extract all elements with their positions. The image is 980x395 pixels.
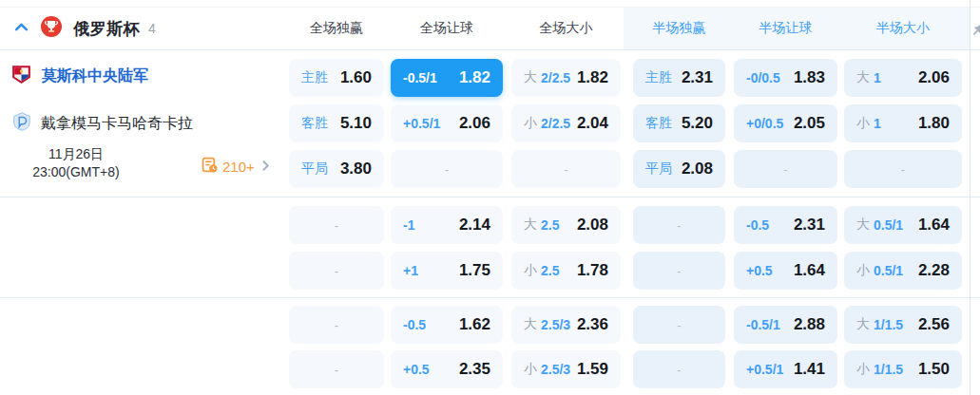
odds-cell-empty: -: [633, 206, 725, 244]
odds-cell[interactable]: 平局3.80: [289, 150, 384, 188]
home-team-row[interactable]: 莫斯科中央陆军: [10, 63, 148, 90]
pin-icon[interactable]: [970, 23, 980, 42]
odds-cell[interactable]: 大2.52.08: [511, 206, 621, 244]
odds-cell[interactable]: 客胜5.20: [633, 104, 725, 142]
over-under-line: 小2.5/3: [524, 361, 570, 378]
odds-cell[interactable]: 小2.5/31.59: [511, 350, 621, 388]
odds-cell[interactable]: 主胜2.31: [633, 59, 725, 97]
handicap-line: +0.5: [746, 263, 773, 278]
odds-value: 1.82: [577, 68, 608, 87]
odds-cell[interactable]: +0.5/12.06: [391, 104, 503, 142]
odds-cell[interactable]: 小2.51.78: [511, 252, 621, 290]
more-markets-count: 210+: [222, 159, 255, 175]
odds-cell[interactable]: 大12.06: [844, 59, 962, 97]
column-header-full-1[interactable]: 全场让球: [391, 8, 503, 49]
odds-cell-empty: -: [734, 150, 837, 188]
over-under-line: 小2/2.5: [524, 115, 570, 132]
odds-cell-empty: -: [289, 206, 384, 244]
column-header-full-0[interactable]: 全场独赢: [289, 8, 384, 49]
odds-value: 2.31: [682, 68, 713, 87]
odds-cell-empty: -: [289, 306, 384, 344]
odds-cell[interactable]: -0.5/12.88: [734, 306, 837, 344]
over-under-line: 小1/1.5: [856, 361, 903, 378]
odds-cell[interactable]: +11.75: [391, 252, 503, 290]
over-under-line: 大0.5/1: [856, 216, 903, 234]
odds-value: 2.35: [459, 360, 490, 379]
odds-value: 1.50: [918, 360, 950, 379]
empty-odds-dash: -: [677, 318, 681, 332]
column-header-half-5[interactable]: 半场大小: [844, 8, 962, 49]
empty-odds-dash: -: [335, 264, 338, 278]
odds-label: 主胜: [645, 69, 672, 86]
odds-cell[interactable]: 小2/2.52.04: [511, 104, 621, 142]
odds-cell[interactable]: 大2.5/32.36: [511, 306, 621, 344]
odds-label: 主胜: [301, 69, 328, 86]
odds-value: 1.59: [577, 360, 608, 379]
column-header-half-4[interactable]: 半场让球: [734, 8, 837, 49]
column-header-half-3[interactable]: 半场独赢: [633, 8, 725, 49]
column-header-full-2[interactable]: 全场大小: [511, 8, 621, 49]
empty-odds-dash: -: [335, 218, 338, 233]
empty-odds-dash: -: [901, 162, 905, 177]
handicap-line: +0.5: [403, 362, 430, 377]
league-title: 俄罗斯杯: [73, 18, 140, 40]
odds-cell-empty: -: [289, 252, 384, 290]
odds-cell[interactable]: +0/0.52.05: [734, 104, 837, 142]
odds-value: 1.41: [794, 360, 825, 379]
odds-value: 3.80: [340, 160, 372, 179]
away-team-row[interactable]: 戴拿模马卡马哈奇卡拉: [11, 111, 193, 136]
cska-crest-icon: [10, 63, 33, 90]
odds-value: 1.75: [459, 261, 490, 280]
odds-value: 2.14: [459, 216, 490, 235]
odds-cell[interactable]: -0.5/11.82: [391, 59, 503, 97]
handicap-line: -0.5: [746, 217, 769, 233]
section-divider: [0, 197, 980, 198]
odds-label: 平局: [301, 160, 328, 178]
odds-cell[interactable]: 平局2.08: [633, 150, 725, 188]
odds-value: 2.06: [459, 114, 490, 133]
match-datetime: 11月26日 23:00(GMT+8): [0, 145, 152, 181]
dynamo-crest-icon: [11, 111, 32, 136]
odds-value: 1.78: [577, 261, 608, 280]
odds-cell[interactable]: -12.14: [391, 206, 503, 244]
odds-cell[interactable]: -0/0.51.83: [734, 59, 837, 97]
odds-cell[interactable]: 大2/2.51.82: [511, 59, 621, 97]
odds-cell[interactable]: +0.52.35: [391, 350, 503, 388]
home-team-name: 莫斯科中央陆军: [42, 66, 148, 86]
odds-label: 客胜: [645, 115, 672, 132]
match-time: 23:00(GMT+8): [0, 163, 152, 181]
handicap-line: +0/0.5: [746, 116, 783, 131]
over-under-line: 小1: [856, 115, 881, 132]
odds-cell[interactable]: 小1/1.51.50: [844, 350, 962, 388]
header-divider: [0, 49, 980, 50]
odds-cell[interactable]: 客胜5.10: [289, 104, 384, 142]
empty-odds-dash: -: [677, 363, 681, 377]
handicap-line: -0.5/1: [403, 70, 437, 85]
odds-cell[interactable]: 小11.80: [844, 104, 962, 142]
odds-value: 1.60: [340, 68, 372, 87]
collapse-button[interactable]: [13, 19, 29, 39]
odds-cell[interactable]: 主胜1.60: [289, 59, 384, 97]
odds-value: 1.64: [794, 261, 825, 280]
odds-value: 1.62: [459, 315, 490, 334]
odds-cell[interactable]: -0.51.62: [391, 306, 503, 344]
odds-cell[interactable]: 大0.5/11.64: [844, 206, 962, 244]
more-markets-link[interactable]: 210+: [202, 157, 272, 177]
handicap-line: -0.5/1: [746, 317, 780, 332]
odds-cell[interactable]: -0.52.31: [734, 206, 837, 244]
odds-value: 2.28: [918, 261, 950, 280]
odds-cell-empty: -: [633, 350, 725, 388]
empty-odds-dash: -: [564, 162, 567, 177]
odds-label: 平局: [645, 160, 672, 178]
odds-value: 2.08: [577, 216, 608, 235]
odds-cell[interactable]: 大1/1.52.56: [844, 306, 962, 344]
odds-value: 1.80: [918, 114, 950, 133]
odds-value: 2.06: [918, 68, 950, 87]
trophy-icon: [40, 15, 63, 42]
odds-cell[interactable]: +0.51.64: [734, 252, 837, 290]
odds-cell[interactable]: +0.5/11.41: [734, 350, 837, 388]
match-date: 11月26日: [0, 145, 152, 163]
odds-cell[interactable]: 小0.5/12.28: [844, 252, 962, 290]
handicap-line: -0.5: [403, 317, 426, 332]
schedule-clock-icon: [202, 157, 218, 177]
